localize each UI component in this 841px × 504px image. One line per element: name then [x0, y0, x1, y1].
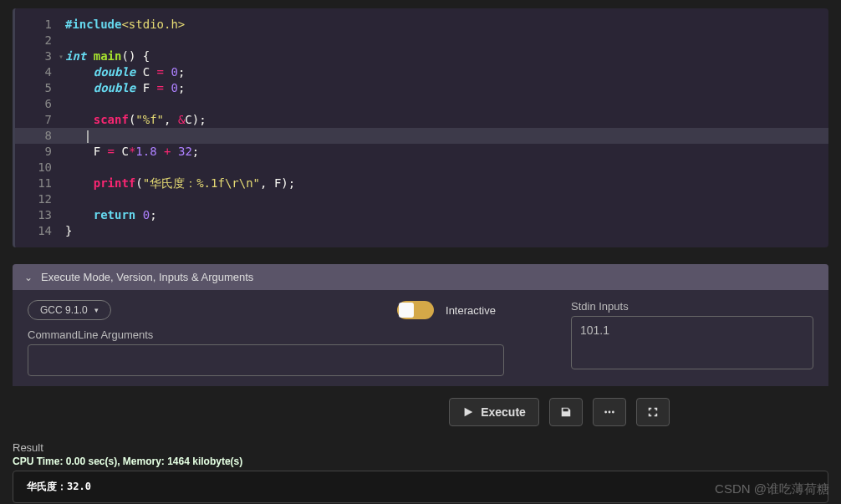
chevron-down-icon: ⌄: [24, 272, 33, 283]
code-content[interactable]: double F = 0;: [65, 80, 828, 96]
line-number: 8: [15, 128, 65, 144]
line-number: 10: [15, 160, 65, 176]
line-number: 3▾: [15, 48, 65, 64]
code-content[interactable]: }: [65, 223, 828, 239]
stdin-label: Stdin Inputs: [571, 300, 813, 313]
execute-button-label: Execute: [481, 405, 526, 419]
code-content[interactable]: return 0;: [65, 207, 828, 223]
code-content[interactable]: #include<stdio.h>: [65, 17, 828, 33]
code-line[interactable]: 5 double F = 0;: [15, 80, 828, 96]
play-icon: [462, 406, 474, 418]
line-number: 9: [15, 144, 65, 160]
interactive-label: Interactive: [446, 304, 496, 317]
code-content[interactable]: [65, 96, 828, 112]
code-line[interactable]: 1#include<stdio.h>: [15, 17, 828, 33]
expand-icon: [647, 406, 659, 418]
line-number: 13: [15, 207, 65, 223]
line-number: 11: [15, 176, 65, 191]
text-cursor: [87, 130, 89, 143]
code-content[interactable]: scanf("%f", &C);: [65, 112, 828, 128]
exec-panel-title: Execute Mode, Version, Inputs & Argument…: [41, 271, 253, 283]
code-line[interactable]: 14}: [15, 223, 828, 239]
more-options-button[interactable]: [593, 398, 626, 426]
exec-settings-panel: ⌄ Execute Mode, Version, Inputs & Argume…: [13, 264, 828, 386]
watermark: CSDN @谁吃薄荷糖: [715, 481, 829, 497]
code-content[interactable]: [65, 191, 828, 207]
save-button[interactable]: [549, 398, 583, 426]
code-line[interactable]: 10: [15, 160, 828, 176]
code-content[interactable]: [65, 33, 828, 48]
code-content[interactable]: [65, 160, 828, 176]
line-number: 1: [15, 17, 65, 33]
ellipsis-icon: [604, 406, 615, 418]
save-icon: [560, 406, 572, 418]
compiler-select[interactable]: GCC 9.1.0 ▾: [28, 300, 111, 320]
code-content[interactable]: double C = 0;: [65, 64, 828, 80]
result-stats: CPU Time: 0.00 sec(s), Memory: 1464 kilo…: [13, 456, 828, 467]
code-content[interactable]: int main() {: [65, 48, 828, 64]
svg-point-2: [612, 411, 614, 414]
action-toolbar: Execute: [13, 398, 828, 426]
code-line[interactable]: 8: [15, 128, 828, 144]
result-label: Result: [13, 441, 828, 454]
code-line[interactable]: 3▾int main() {: [15, 48, 828, 64]
exec-panel-header[interactable]: ⌄ Execute Mode, Version, Inputs & Argume…: [13, 264, 828, 290]
toggle-knob: [399, 303, 414, 318]
line-number: 12: [15, 191, 65, 207]
code-content[interactable]: [65, 128, 828, 144]
line-number: 6: [15, 96, 65, 112]
svg-point-0: [604, 411, 607, 414]
line-number: 2: [15, 33, 65, 48]
fullscreen-button[interactable]: [636, 398, 670, 426]
code-line[interactable]: 13 return 0;: [15, 207, 828, 223]
line-number: 14: [15, 223, 65, 239]
fold-icon[interactable]: ▾: [59, 48, 64, 64]
code-line[interactable]: 2: [15, 33, 828, 48]
code-line[interactable]: 7 scanf("%f", &C);: [15, 112, 828, 128]
output-console[interactable]: 华氏度：32.0: [13, 471, 828, 503]
code-editor[interactable]: 1#include<stdio.h>23▾int main() {4 doubl…: [13, 8, 828, 247]
code-line[interactable]: 12: [15, 191, 828, 207]
line-number: 7: [15, 112, 65, 128]
result-section: Result CPU Time: 0.00 sec(s), Memory: 14…: [13, 441, 828, 503]
code-line[interactable]: 11 printf("华氏度：%.1f\r\n", F);: [15, 176, 828, 191]
execute-button[interactable]: Execute: [449, 398, 539, 426]
code-content[interactable]: F = C*1.8 + 32;: [65, 144, 828, 160]
line-number: 4: [15, 64, 65, 80]
code-line[interactable]: 6: [15, 96, 828, 112]
cmdline-input[interactable]: [28, 344, 504, 376]
interactive-toggle[interactable]: [397, 301, 434, 319]
code-content[interactable]: printf("华氏度：%.1f\r\n", F);: [65, 176, 828, 191]
cmdline-label: CommandLine Arguments: [28, 328, 546, 341]
stdin-input[interactable]: 101.1: [571, 316, 813, 369]
compiler-select-label: GCC 9.1.0: [40, 304, 88, 316]
svg-point-1: [609, 411, 611, 414]
line-number: 5: [15, 80, 65, 96]
code-line[interactable]: 9 F = C*1.8 + 32;: [15, 144, 828, 160]
chevron-down-icon: ▾: [94, 306, 99, 314]
code-line[interactable]: 4 double C = 0;: [15, 64, 828, 80]
